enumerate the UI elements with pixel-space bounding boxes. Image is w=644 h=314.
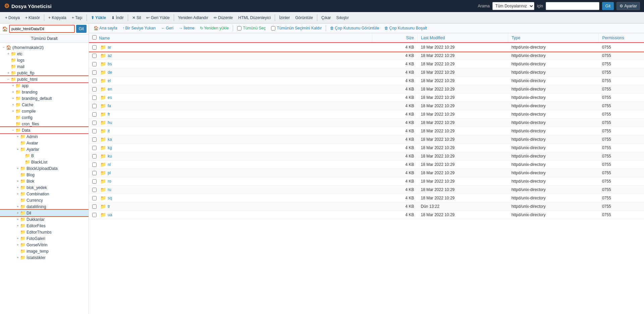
table-row[interactable]: 📁bs4 KB18 Mar 2022 10:29httpd/unix-direc… — [89, 60, 644, 68]
table-row[interactable]: 📁ar4 KB18 Mar 2022 10:29httpd/unix-direc… — [89, 43, 644, 52]
go-button[interactable]: Git — [602, 2, 614, 10]
tree-item[interactable]: 📁Avatar — [0, 140, 89, 146]
rename-button[interactable]: Yeniden Adlandır — [176, 14, 211, 21]
row-name-label[interactable]: fa — [108, 104, 111, 108]
move-button[interactable]: + Taşı — [69, 14, 85, 21]
extract-button[interactable]: Çıkar — [319, 14, 333, 21]
table-row[interactable]: 📁ua4 KB18 Mar 2022 10:29httpd/unix-direc… — [89, 211, 644, 219]
row-name-label[interactable]: ru — [108, 187, 111, 192]
row-name-label[interactable]: ro — [108, 179, 111, 184]
upload-button[interactable]: ⬆ Yükle — [89, 14, 108, 21]
tree-toggle-icon[interactable]: + — [11, 90, 15, 94]
table-row[interactable]: 📁ka4 KB18 Mar 2022 10:29httpd/unix-direc… — [89, 135, 644, 144]
row-name-label[interactable]: sq — [108, 196, 112, 200]
tree-item[interactable]: +📁compile — [0, 108, 89, 114]
search-input[interactable] — [546, 2, 599, 10]
row-name-label[interactable]: ua — [108, 212, 112, 217]
col-header-size[interactable]: Size — [372, 33, 417, 43]
tree-item[interactable]: +📁app — [0, 82, 89, 89]
row-name-label[interactable]: de — [108, 70, 112, 75]
table-row[interactable]: 📁hu4 KB18 Mar 2022 10:29httpd/unix-direc… — [89, 119, 644, 127]
tree-toggle-icon[interactable]: + — [15, 243, 20, 247]
table-row[interactable]: 📁az4 KB18 Mar 2022 10:29httpd/unix-direc… — [89, 52, 644, 60]
tree-toggle-icon[interactable]: + — [11, 109, 15, 113]
new-file-button[interactable]: + Dosya — [3, 14, 22, 21]
tree-toggle-icon[interactable]: + — [15, 179, 20, 183]
tree-toggle-icon[interactable]: − — [11, 128, 15, 132]
tree-toggle-icon[interactable]: + — [15, 211, 20, 215]
row-checkbox[interactable] — [92, 154, 97, 159]
tree-item[interactable]: +📁blok_yedek — [0, 184, 89, 191]
copy-button[interactable]: + Kopyala — [46, 14, 69, 21]
row-name-label[interactable]: hu — [108, 120, 112, 125]
table-row[interactable]: 📁ku4 KB18 Mar 2022 10:29httpd/unix-direc… — [89, 152, 644, 161]
table-row[interactable]: 📁es4 KB18 Mar 2022 10:29httpd/unix-direc… — [89, 93, 644, 102]
row-checkbox[interactable] — [92, 129, 97, 133]
tree-item[interactable]: +📁public_ftp — [0, 70, 89, 76]
row-name-label[interactable]: kg — [108, 145, 112, 150]
tree-item[interactable]: +📁dataMining — [0, 203, 89, 210]
tree-item[interactable]: 📁B — [0, 152, 89, 159]
row-checkbox[interactable] — [92, 112, 97, 117]
row-name-label[interactable]: bs — [108, 62, 112, 66]
tree-item[interactable]: 📁logs — [0, 57, 89, 63]
tree-toggle-icon[interactable]: + — [15, 167, 20, 170]
tree-toggle-icon[interactable]: − — [1, 46, 6, 49]
row-name-label[interactable]: it — [108, 129, 110, 133]
tree-item[interactable]: +📁GorselVitrin — [0, 242, 89, 248]
tree-item[interactable]: +📁Dukkanlar — [0, 216, 89, 223]
row-checkbox[interactable] — [92, 87, 97, 91]
tree-item[interactable]: 📁config — [0, 114, 89, 121]
table-row[interactable]: 📁ru4 KB18 Mar 2022 10:29httpd/unix-direc… — [89, 186, 644, 194]
table-row[interactable]: 📁tr4 KBDün 13:22httpd/unix-directory0755 — [89, 202, 644, 211]
table-row[interactable]: 📁ro4 KB18 Mar 2022 10:29httpd/unix-direc… — [89, 177, 644, 186]
nav-empty-trash-button[interactable]: 🗑 Çop Kutusunu Boşalt — [382, 25, 429, 32]
row-checkbox[interactable] — [92, 62, 97, 66]
tree-item[interactable]: +📁Combination — [0, 191, 89, 197]
col-header-type[interactable]: Type — [508, 33, 599, 43]
row-checkbox[interactable] — [92, 188, 97, 192]
col-header-modified[interactable]: Last Modified — [417, 33, 508, 43]
tree-toggle-icon[interactable]: + — [15, 217, 20, 221]
tree-item[interactable]: +📁Ayarlar — [0, 146, 89, 152]
row-checkbox[interactable] — [92, 179, 97, 184]
tree-item[interactable]: 📁cron_files — [0, 121, 89, 127]
table-row[interactable]: 📁nl4 KB18 Mar 2022 10:29httpd/unix-direc… — [89, 161, 644, 169]
nav-forward-button[interactable]: → İletme — [177, 25, 197, 32]
tree-toggle-icon[interactable]: + — [11, 84, 15, 87]
row-checkbox[interactable] — [92, 213, 97, 217]
row-checkbox[interactable] — [92, 196, 97, 200]
col-header-permissions[interactable]: Permissions — [599, 33, 644, 43]
delete-button[interactable]: ✕ Sil — [130, 14, 144, 21]
row-name-label[interactable]: pl — [108, 171, 111, 175]
tree-item[interactable]: +📁branding_default — [0, 95, 89, 102]
nav-reload-button[interactable]: ↻ Yeniden yükle — [198, 25, 231, 32]
row-name-label[interactable]: ar — [108, 45, 111, 50]
tree-toggle-icon[interactable]: + — [15, 135, 20, 138]
tree-item[interactable]: 📁mail — [0, 63, 89, 70]
table-row[interactable]: 📁en4 KB18 Mar 2022 10:29httpd/unix-direc… — [89, 85, 644, 93]
table-row[interactable]: 📁sq4 KB18 Mar 2022 10:29httpd/unix-direc… — [89, 194, 644, 202]
table-row[interactable]: 📁pl4 KB18 Mar 2022 10:29httpd/unix-direc… — [89, 169, 644, 177]
table-row[interactable]: 📁it4 KB18 Mar 2022 10:29httpd/unix-direc… — [89, 127, 644, 135]
tree-item[interactable]: +📁etc — [0, 51, 89, 57]
new-folder-button[interactable]: + Klasör — [23, 14, 42, 21]
tree-item[interactable]: 📁BlackList — [0, 159, 89, 165]
tree-item[interactable]: +📁Admin — [0, 133, 89, 140]
row-checkbox[interactable] — [92, 204, 97, 209]
html-editor-button[interactable]: HTML Düzenleyici — [236, 14, 273, 21]
row-checkbox[interactable] — [92, 70, 97, 75]
tree-item[interactable]: +📁FotoGaleri — [0, 235, 89, 242]
row-checkbox[interactable] — [92, 104, 97, 108]
row-checkbox[interactable] — [92, 163, 97, 167]
table-row[interactable]: 📁el4 KB18 Mar 2022 10:29httpd/unix-direc… — [89, 77, 644, 85]
row-checkbox[interactable] — [92, 96, 97, 100]
tree-item[interactable]: −📁Data — [0, 127, 89, 133]
tree-item[interactable]: −📁public_html — [0, 76, 89, 82]
row-checkbox[interactable] — [92, 146, 97, 150]
path-git-button[interactable]: Git — [76, 25, 87, 33]
tree-item[interactable]: +📁Dil — [0, 210, 89, 216]
tree-toggle-icon[interactable]: − — [6, 77, 11, 81]
tree-toggle-icon[interactable]: + — [15, 147, 20, 151]
row-checkbox[interactable] — [92, 45, 97, 50]
